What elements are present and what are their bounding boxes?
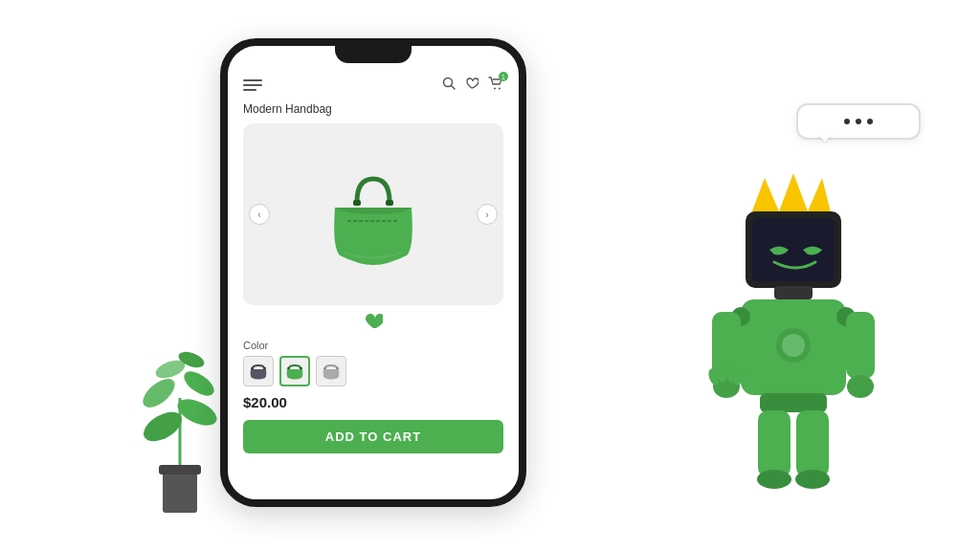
svg-rect-26 (774, 286, 813, 299)
color-swatch-dark-gray[interactable] (243, 356, 274, 386)
color-swatch-light-gray[interactable] (316, 356, 346, 386)
svg-point-29 (782, 334, 805, 357)
svg-rect-13 (353, 200, 361, 206)
svg-rect-14 (386, 200, 393, 206)
color-label: Color (243, 340, 503, 351)
svg-point-12 (499, 88, 501, 90)
wishlist-icon[interactable] (465, 77, 479, 93)
svg-rect-38 (846, 312, 875, 379)
product-title: Modern Handbag (243, 102, 503, 116)
svg-rect-17 (263, 367, 266, 369)
product-image-container: ‹ › (243, 123, 503, 305)
svg-point-6 (180, 366, 218, 400)
cart-icon[interactable]: 1 (488, 77, 503, 93)
add-to-cart-button[interactable]: ADD TO CART (243, 420, 503, 453)
robot-illustration (674, 159, 884, 522)
phone-notch (335, 46, 412, 63)
svg-rect-32 (712, 312, 741, 379)
color-swatch-green[interactable] (279, 356, 310, 386)
svg-rect-40 (760, 393, 827, 412)
svg-rect-21 (336, 367, 339, 369)
svg-rect-16 (251, 367, 254, 369)
phone-header: 1 (243, 73, 503, 93)
svg-rect-0 (163, 470, 197, 513)
svg-point-5 (142, 373, 180, 412)
speech-bubble (796, 103, 921, 140)
speech-dot-2 (856, 119, 861, 124)
svg-rect-19 (300, 367, 302, 369)
svg-rect-41 (758, 410, 791, 477)
svg-point-39 (847, 375, 874, 398)
cart-badge: 1 (499, 72, 508, 81)
header-icons: 1 (442, 77, 503, 93)
svg-rect-43 (796, 410, 829, 477)
svg-point-42 (757, 470, 791, 489)
prev-image-button[interactable]: ‹ (249, 204, 270, 225)
svg-rect-20 (323, 367, 326, 369)
svg-line-10 (452, 86, 456, 90)
svg-rect-18 (287, 367, 290, 369)
svg-rect-25 (752, 218, 835, 281)
phone-mockup: 1 Modern Handbag ‹ (220, 38, 526, 507)
hamburger-menu-icon[interactable] (243, 79, 262, 91)
favorite-icon[interactable] (243, 313, 503, 334)
next-image-button[interactable]: › (477, 204, 498, 225)
svg-rect-1 (159, 465, 201, 474)
color-section: Color (243, 340, 503, 386)
speech-dot-1 (844, 119, 850, 124)
search-icon[interactable] (442, 77, 456, 93)
svg-point-44 (795, 470, 830, 489)
product-price: $20.00 (243, 394, 503, 410)
plant-illustration (142, 321, 218, 494)
svg-point-11 (494, 88, 496, 90)
product-image (311, 152, 435, 276)
color-options (243, 356, 503, 386)
speech-dot-3 (867, 119, 873, 124)
